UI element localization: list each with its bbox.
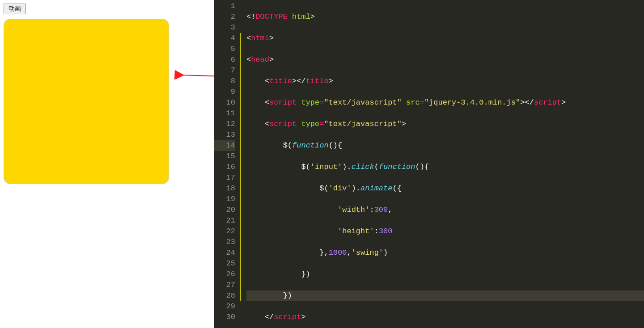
animate-button[interactable]: 动画 xyxy=(4,4,26,14)
animated-div xyxy=(4,19,169,184)
line-number-gutter: 12345 678910 1112131415 1617181920 21222… xyxy=(214,0,240,328)
code-editor[interactable]: 12345 678910 1112131415 1617181920 21222… xyxy=(214,0,644,328)
browser-preview-pane: 动画 xyxy=(0,0,214,328)
code-content[interactable]: <!DOCTYPE html> <html> <head> <title></t… xyxy=(240,0,644,328)
